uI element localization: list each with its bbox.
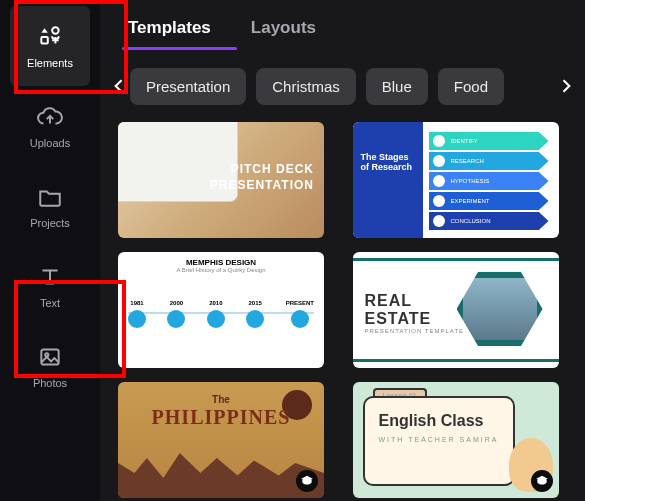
chevron-right-icon — [556, 76, 576, 96]
chip-prev-button[interactable] — [106, 64, 132, 108]
template-philippines[interactable]: The PHILIPPINES — [118, 382, 324, 498]
graduation-cap-icon — [535, 474, 549, 488]
sidebar-item-label: Elements — [27, 57, 73, 69]
sidebar-item-uploads[interactable]: Uploads — [10, 86, 90, 166]
template-title-block: The Stages of Research — [353, 122, 423, 238]
panel: Templates Layouts Presentation Christmas… — [100, 0, 585, 501]
template-timeline[interactable]: MEMPHIS DESIGN A Brief History of a Quir… — [118, 252, 324, 368]
sidebar-item-label: Photos — [33, 377, 67, 389]
chip-food[interactable]: Food — [438, 68, 504, 105]
template-research-stages[interactable]: The Stages of Research IDENTIFY RESEARCH… — [353, 122, 559, 238]
template-arrow-stack: IDENTIFY RESEARCH HYPOTHESIS EXPERIMENT … — [429, 132, 549, 230]
sidebar-item-photos[interactable]: Photos — [10, 326, 90, 406]
sidebar: Elements Uploads Projects Text — [0, 0, 100, 501]
chip-next-button[interactable] — [553, 64, 579, 108]
education-badge — [296, 470, 318, 492]
chip-blue[interactable]: Blue — [366, 68, 428, 105]
template-card: English Class WITH TEACHER SAMIRA — [363, 396, 515, 486]
chip-presentation[interactable]: Presentation — [130, 68, 246, 105]
template-title: English Class — [379, 412, 513, 430]
template-pitch-deck[interactable]: PITCH DECK PRESENTATION — [118, 122, 324, 238]
template-title: REAL ESTATE PRESENTATION TEMPLATE — [365, 292, 465, 334]
template-english-class[interactable]: Lesson 01 English Class WITH TEACHER SAM… — [353, 382, 559, 498]
template-sub: WITH TEACHER SAMIRA — [379, 436, 513, 443]
elements-icon — [36, 23, 64, 51]
graduation-cap-icon — [300, 474, 314, 488]
chip-scroll: Presentation Christmas Blue Food — [112, 64, 573, 108]
chevron-left-icon — [109, 76, 129, 96]
canvas-area[interactable] — [585, 0, 653, 501]
sidebar-item-elements[interactable]: Elements — [10, 6, 90, 86]
svg-rect-2 — [41, 349, 58, 364]
svg-rect-1 — [41, 37, 48, 44]
education-badge — [531, 470, 553, 492]
text-icon — [36, 263, 64, 291]
template-subheading: A Brief History of a Quirky Design — [118, 267, 324, 273]
tab-bar: Templates Layouts — [100, 0, 585, 50]
sidebar-item-label: Text — [40, 297, 60, 309]
sidebar-item-label: Uploads — [30, 137, 70, 149]
hex-photo — [457, 272, 543, 346]
uploads-icon — [36, 103, 64, 131]
sidebar-item-projects[interactable]: Projects — [10, 166, 90, 246]
chip-christmas[interactable]: Christmas — [256, 68, 356, 105]
projects-icon — [36, 183, 64, 211]
timeline-points: 1981 2000 2010 2015 PRESENT — [128, 300, 314, 328]
filter-chip-row: Presentation Christmas Blue Food — [112, 64, 573, 108]
svg-point-0 — [52, 27, 58, 34]
template-title: PHILIPPINES — [118, 406, 324, 429]
sidebar-item-text[interactable]: Text — [10, 246, 90, 326]
template-pretitle: The — [118, 394, 324, 405]
template-heading: MEMPHIS DESIGN — [118, 252, 324, 267]
template-title: PITCH DECK PRESENTATION — [210, 162, 314, 193]
tab-layouts[interactable]: Layouts — [251, 18, 316, 50]
skyline-graphic — [118, 448, 324, 498]
sidebar-item-label: Projects — [30, 217, 70, 229]
template-real-estate[interactable]: REAL ESTATE PRESENTATION TEMPLATE — [353, 252, 559, 368]
template-grid: PITCH DECK PRESENTATION The Stages of Re… — [100, 108, 585, 501]
photos-icon — [36, 343, 64, 371]
tab-templates[interactable]: Templates — [128, 18, 211, 50]
